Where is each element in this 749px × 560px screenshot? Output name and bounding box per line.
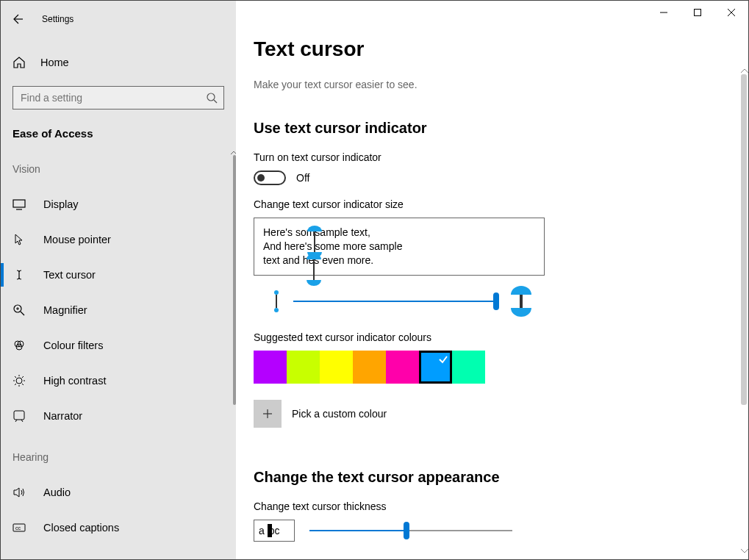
sidebar-item-mouse-pointer[interactable]: Mouse pointer [1,222,236,257]
svg-rect-26 [14,411,24,420]
sidebar-item-closed-captions[interactable]: cc Closed captions [1,510,236,545]
mouse-pointer-icon [12,233,26,246]
colour-swatch[interactable] [386,351,419,384]
main-scrollbar[interactable] [741,74,747,405]
svg-line-6 [214,100,217,103]
example-text: And here's some more sample [263,240,535,254]
search-input[interactable] [19,91,206,104]
display-icon [12,198,26,211]
sidebar-item-label: Display [43,198,79,210]
sidebar-item-label: High contrast [43,375,106,387]
svg-line-11 [21,312,24,315]
home-icon [12,56,26,69]
sidebar-item-label: Closed captions [43,522,119,534]
sidebar-item-text-cursor[interactable]: Text cursor [1,257,236,292]
svg-text:cc: cc [15,525,21,531]
size-min-icon [274,290,279,312]
sidebar: Settings Home Ease of Access Vision Disp… [1,1,236,559]
sidebar-item-magnifier[interactable]: Magnifier [1,292,236,328]
svg-line-23 [22,384,24,385]
colour-swatch[interactable] [353,351,386,384]
colour-label: Suggested text cursor indicator colours [254,331,731,343]
sidebar-group-vision: Vision [1,146,236,182]
magnifier-icon [12,304,26,317]
size-label: Change text cursor indicator size [254,198,731,210]
page-title: Text cursor [254,37,731,61]
toggle-title: Turn on text cursor indicator [254,151,731,163]
sidebar-item-label: Audio [43,487,71,498]
close-button[interactable] [714,1,748,24]
colour-swatch[interactable] [320,351,353,384]
nav-home[interactable]: Home [1,46,236,79]
sidebar-item-label: Magnifier [43,304,87,316]
example-preview: Here's somsample text, And here's some m… [254,218,545,276]
sidebar-item-colour-filters[interactable]: Colour filters [1,328,236,363]
main-scroll-down-arrow[interactable] [741,545,748,556]
indicator-toggle[interactable] [254,170,286,185]
sidebar-group-hearing: Hearing [1,434,236,470]
colour-swatch[interactable] [254,351,287,384]
thickness-preview-text: a [259,525,265,536]
sidebar-item-label: Text cursor [43,269,96,281]
sidebar-category: Ease of Access [1,120,236,146]
search-input-wrapper[interactable] [12,86,224,110]
svg-rect-7 [13,200,25,207]
size-max-icon [511,286,531,317]
colour-swatch[interactable] [419,351,452,384]
custom-colour-button[interactable] [254,400,282,428]
thickness-preview: abc [254,520,295,542]
example-text: sample text, [315,226,370,238]
section-appearance-heading: Change the text cursor appearance [254,469,731,486]
audio-icon [12,486,26,499]
page-subtitle: Make your text cursor easier to see. [254,79,731,90]
sidebar-item-audio[interactable]: Audio [1,475,236,510]
check-icon [438,354,448,367]
search-icon [206,92,218,104]
narrator-icon [12,409,26,423]
svg-point-5 [207,93,215,101]
sidebar-item-label: Colour filters [43,340,103,351]
svg-line-22 [15,376,16,378]
indicator-size-slider[interactable] [293,294,496,309]
sidebar-item-display[interactable]: Display [1,187,236,222]
svg-line-25 [22,376,24,378]
colour-swatch[interactable] [452,351,485,384]
sidebar-item-label: Mouse pointer [43,234,111,245]
nav-home-label: Home [40,57,69,68]
colour-swatch[interactable] [287,351,320,384]
minimize-button[interactable] [647,1,681,24]
main-content: Text cursor Make your text cursor easier… [236,1,748,559]
sidebar-item-narrator[interactable]: Narrator [1,398,236,434]
high-contrast-icon [12,374,26,387]
toggle-state-label: Off [296,172,309,184]
text-cursor-icon [12,268,26,281]
svg-rect-1 [695,10,701,16]
closed-captions-icon: cc [12,521,26,534]
colour-swatch-row [254,351,731,384]
maximize-button[interactable] [681,1,714,24]
example-text: s even more. [314,254,373,266]
thickness-slider[interactable] [309,523,512,538]
sidebar-item-label: Narrator [43,410,82,422]
section-indicator-heading: Use text cursor indicator [254,120,731,137]
svg-line-24 [15,384,16,385]
colour-filters-icon [12,339,26,352]
thickness-label: Change text cursor thickness [254,500,731,512]
sidebar-item-high-contrast[interactable]: High contrast [1,363,236,398]
custom-colour-label: Pick a custom colour [292,408,387,420]
svg-point-17 [16,378,22,384]
